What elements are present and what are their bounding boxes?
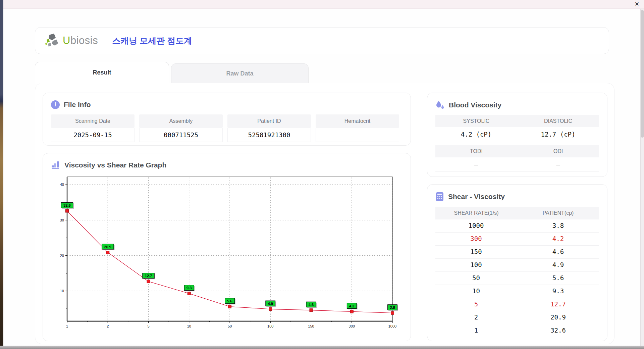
water-drops-icon <box>435 100 445 110</box>
svg-text:300: 300 <box>349 324 355 328</box>
svg-text:12.7: 12.7 <box>145 274 152 278</box>
close-icon[interactable]: ✕ <box>635 1 639 8</box>
window-bottom-edge <box>0 346 644 349</box>
table-row: 109.3 <box>435 285 599 298</box>
data-point-marker <box>187 292 191 295</box>
data-point-marker <box>147 280 150 283</box>
bar-chart-icon <box>51 161 60 169</box>
data-point-marker <box>106 251 109 254</box>
blood-viscosity-header: ODI <box>517 145 599 157</box>
table-row: 132.6 <box>435 324 599 337</box>
file-info-field: Hematocrit <box>316 114 399 142</box>
window-titlebar: ✕ <box>3 0 644 9</box>
svg-text:4.2: 4.2 <box>349 304 354 308</box>
shear-rate-cell: 1 <box>435 324 517 337</box>
file-info-field: Patient ID52581921300 <box>227 114 311 142</box>
file-info-field-label: Patient ID <box>227 114 311 128</box>
calculator-icon <box>435 192 444 201</box>
patient-viscosity-cell: 4.6 <box>517 246 599 258</box>
data-point-marker <box>228 305 231 308</box>
table-row: 1004.9 <box>435 259 599 272</box>
app-title-korean: 스캐닝 모세관 점도계 <box>112 35 192 46</box>
app-window: Ubiosis 스캐닝 모세관 점도계 Result Raw Data i Fi… <box>3 9 640 346</box>
scrollbar-thumb[interactable] <box>641 10 644 138</box>
table-row: 220.9 <box>435 311 599 324</box>
svg-text:32.6: 32.6 <box>63 203 70 207</box>
file-info-field-value <box>316 128 399 142</box>
shear-table-header: SHEAR RATE(1/s) PATIENT(cp) <box>435 207 599 219</box>
data-point-marker <box>310 309 313 312</box>
table-row: 3004.2 <box>435 233 599 246</box>
shear-rate-cell: 10 <box>435 285 517 298</box>
shear-rate-cell: 2 <box>435 311 517 324</box>
patient-viscosity-cell: 4.2 <box>517 233 599 245</box>
shear-rate-cell: 50 <box>435 272 517 285</box>
desktop-background-edge <box>0 0 3 349</box>
blood-viscosity-value-row: 4.2 (cP)12.7 (cP) <box>435 127 599 141</box>
patient-column-header: PATIENT(cp) <box>517 207 599 219</box>
svg-text:20: 20 <box>60 254 64 258</box>
file-info-fields: Scanning Date2025-09-15Assembly000711525… <box>51 114 402 142</box>
patient-viscosity-cell: 3.8 <box>517 219 599 232</box>
table-row: 10003.8 <box>435 219 599 233</box>
tab-raw-data[interactable]: Raw Data <box>171 63 309 83</box>
result-tab-content: i File Info Scanning Date2025-09-15Assem… <box>35 83 614 344</box>
blood-viscosity-table: TODIODI–– <box>435 145 599 171</box>
graph-title-row: Viscosity vs Shear Rate Graph <box>51 161 402 169</box>
shear-rate-column-header: SHEAR RATE(1/s) <box>435 207 517 219</box>
file-info-field: Scanning Date2025-09-15 <box>51 114 135 142</box>
blood-viscosity-tables: SYSTOLICDIASTOLIC4.2 (cP)12.7 (cP)TODIOD… <box>435 115 599 171</box>
patient-viscosity-cell: 5.6 <box>517 272 599 285</box>
data-point-marker <box>66 209 69 212</box>
svg-text:40: 40 <box>60 183 64 187</box>
svg-text:4.6: 4.6 <box>309 303 314 307</box>
blood-viscosity-table: SYSTOLICDIASTOLIC4.2 (cP)12.7 (cP) <box>435 115 599 141</box>
table-row: 505.6 <box>435 272 599 285</box>
file-info-field-label: Scanning Date <box>51 114 135 128</box>
tab-result[interactable]: Result <box>35 62 169 84</box>
svg-text:100: 100 <box>267 324 273 328</box>
blood-viscosity-value: 4.2 (cP) <box>435 127 517 141</box>
patient-viscosity-cell: 32.6 <box>517 324 599 337</box>
shear-viscosity-panel: Shear - Viscosity SHEAR RATE(1/s) PATIEN… <box>427 184 607 341</box>
svg-text:5: 5 <box>147 324 149 328</box>
ubiosis-logo-icon <box>44 33 60 48</box>
blood-viscosity-panel: Blood Viscosity SYSTOLICDIASTOLIC4.2 (cP… <box>427 93 607 177</box>
shear-viscosity-title: Shear - Viscosity <box>448 193 505 201</box>
window-scrollbar[interactable] <box>640 9 644 346</box>
svg-text:150: 150 <box>308 324 314 328</box>
svg-text:50: 50 <box>228 324 232 328</box>
file-info-field-value: 52581921300 <box>227 128 311 142</box>
blood-viscosity-header-row: TODIODI <box>435 145 599 157</box>
viscosity-shear-rate-plot: 102030401251050100150300100032.620.912.7… <box>52 175 401 334</box>
logo-word-rest: biosis <box>70 35 98 46</box>
blood-viscosity-header: TODI <box>435 145 517 157</box>
shear-rate-cell: 150 <box>435 246 517 258</box>
blood-viscosity-value: – <box>435 157 517 171</box>
svg-text:20.9: 20.9 <box>104 245 111 249</box>
blood-viscosity-header: DIASTOLIC <box>517 115 599 127</box>
viscosity-graph-panel: Viscosity vs Shear Rate Graph 1020304012… <box>43 153 411 341</box>
info-icon: i <box>51 100 60 109</box>
svg-text:10: 10 <box>187 324 191 328</box>
file-info-field-value: 2025-09-15 <box>51 128 135 142</box>
graph-title: Viscosity vs Shear Rate Graph <box>64 161 166 169</box>
svg-text:1000: 1000 <box>388 324 396 328</box>
blood-viscosity-header-row: SYSTOLICDIASTOLIC <box>435 115 599 127</box>
shear-table-body: 10003.83004.21504.61004.9505.6109.3512.7… <box>435 219 599 337</box>
file-info-panel: i File Info Scanning Date2025-09-15Assem… <box>43 93 411 146</box>
svg-text:3.8: 3.8 <box>390 305 395 309</box>
file-info-field-label: Assembly <box>139 114 223 128</box>
svg-text:5.6: 5.6 <box>227 299 232 303</box>
svg-text:1: 1 <box>66 324 68 328</box>
file-info-field-label: Hematocrit <box>316 114 399 128</box>
logo-letter-u: U <box>63 35 70 46</box>
svg-text:2: 2 <box>107 324 109 328</box>
patient-viscosity-cell: 20.9 <box>517 311 599 324</box>
blood-viscosity-value: 12.7 (cP) <box>517 127 599 141</box>
svg-text:9.3: 9.3 <box>186 286 192 290</box>
patient-viscosity-cell: 9.3 <box>517 285 599 298</box>
data-point-marker <box>269 308 272 311</box>
shear-rate-cell: 100 <box>435 259 517 271</box>
file-info-title-row: i File Info <box>51 100 402 109</box>
